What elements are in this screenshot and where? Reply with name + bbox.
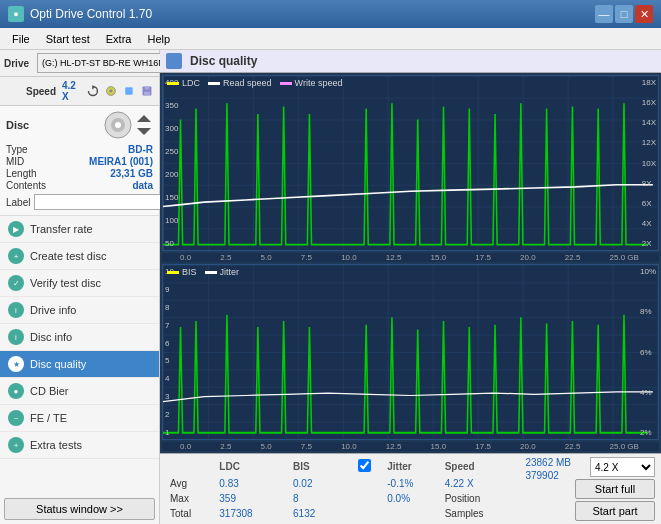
speed-select[interactable]: 4.2 X xyxy=(590,457,655,477)
refresh-icon[interactable] xyxy=(87,83,99,99)
x-label-22-5: 22.5 xyxy=(565,253,581,262)
nav-list: ▶ Transfer rate + Create test disc ✓ Ver… xyxy=(0,216,159,494)
x-label-15: 15.0 xyxy=(431,253,447,262)
y-left-350: 350 xyxy=(165,101,178,110)
sidebar-item-label: Extra tests xyxy=(30,439,82,451)
y-left-150: 150 xyxy=(165,193,178,202)
samples-value: 379902 xyxy=(525,470,558,481)
sidebar-item-transfer-rate[interactable]: ▶ Transfer rate xyxy=(0,216,159,243)
disc-type-value: BD-R xyxy=(128,144,153,155)
read-speed-label: Read speed xyxy=(223,78,272,88)
disc-contents-label: Contents xyxy=(6,180,46,191)
disc-mid-label: MID xyxy=(6,156,24,167)
sidebar-item-disc-info[interactable]: i Disc info xyxy=(0,324,159,351)
disc-visual-icon xyxy=(103,110,133,140)
bx-label-22-5: 22.5 xyxy=(565,442,581,451)
sidebar-item-extra-tests[interactable]: + Extra tests xyxy=(0,432,159,459)
disc-length-row: Length 23,31 GB xyxy=(6,168,153,179)
bx-label-7-5: 7.5 xyxy=(301,442,312,451)
y-label-14x: 14X xyxy=(642,118,656,127)
charts-container: LDC Read speed Write speed 18X 16X 14X xyxy=(160,73,661,453)
x-label-5: 5.0 xyxy=(261,253,272,262)
close-button[interactable]: ✕ xyxy=(635,5,653,23)
app-title: Opti Drive Control 1.70 xyxy=(30,7,152,21)
avg-speed: 4.22 X xyxy=(439,476,522,491)
quality-title: Disc quality xyxy=(190,54,257,68)
x-label-20: 20.0 xyxy=(520,253,536,262)
disc-type-label: Type xyxy=(6,144,28,155)
sidebar-item-drive-info[interactable]: i Drive info xyxy=(0,297,159,324)
bx-label-5: 5.0 xyxy=(261,442,272,451)
bx-label-25-gb: 25.0 GB xyxy=(610,442,639,451)
sidebar-item-create-test-disc[interactable]: + Create test disc xyxy=(0,243,159,270)
quality-icon xyxy=(166,53,182,69)
svg-rect-19 xyxy=(163,265,658,439)
sidebar-item-label: CD Bier xyxy=(30,385,69,397)
menu-extra[interactable]: Extra xyxy=(98,31,140,47)
speed-value: 4.2 X xyxy=(62,80,79,102)
x-label-25-gb: 25.0 GB xyxy=(610,253,639,262)
bx-label-10: 10.0 xyxy=(341,442,357,451)
col-bis-header: BIS xyxy=(287,457,343,476)
avg-jitter: -0.1% xyxy=(383,476,438,491)
y-left-6: 6 xyxy=(165,339,174,348)
sidebar: Drive (G:) HL-DT-ST BD-RE WH16NS48 1.D3 … xyxy=(0,50,160,524)
sidebar-item-cd-bier[interactable]: ● CD Bier xyxy=(0,378,159,405)
start-part-button[interactable]: Start part xyxy=(575,501,655,521)
sidebar-item-fe-te[interactable]: ~ FE / TE xyxy=(0,405,159,432)
menu-file[interactable]: File xyxy=(4,31,38,47)
speed-label: Speed xyxy=(26,86,56,97)
col-jitter-check[interactable] xyxy=(356,457,384,476)
top-chart-legend: LDC Read speed Write speed xyxy=(167,78,342,88)
drive-row: Drive (G:) HL-DT-ST BD-RE WH16NS48 1.D3 xyxy=(0,50,159,77)
y-label-16x: 16X xyxy=(642,98,656,107)
y-left-1: 1 xyxy=(165,428,174,437)
ldc-label: LDC xyxy=(182,78,200,88)
minimize-button[interactable]: — xyxy=(595,5,613,23)
max-jitter: 0.0% xyxy=(383,491,438,506)
x-label-2-5: 2.5 xyxy=(220,253,231,262)
disc-header: Disc xyxy=(6,110,153,140)
disc-quality-icon: ★ xyxy=(8,356,24,372)
disc-label-row: Label 🔍 xyxy=(6,193,153,211)
sidebar-item-label: Transfer rate xyxy=(30,223,93,235)
y-left-5: 5 xyxy=(165,356,174,365)
y-label-8x: 8X xyxy=(642,179,656,188)
disc-label-input[interactable] xyxy=(34,194,167,210)
y-label-4x: 4X xyxy=(642,219,656,228)
sidebar-item-disc-quality[interactable]: ★ Disc quality xyxy=(0,351,159,378)
start-full-button[interactable]: Start full xyxy=(575,479,655,499)
save-icon[interactable] xyxy=(141,83,153,99)
bx-label-17-5: 17.5 xyxy=(475,442,491,451)
col-empty xyxy=(166,457,213,476)
position-label: Position xyxy=(439,491,522,506)
menu-start-test[interactable]: Start test xyxy=(38,31,98,47)
menu-help[interactable]: Help xyxy=(139,31,178,47)
jitter-checkbox[interactable] xyxy=(358,459,371,472)
y-left-3: 3 xyxy=(165,392,174,401)
maximize-button[interactable]: □ xyxy=(615,5,633,23)
sidebar-item-label: Drive info xyxy=(30,304,76,316)
y-label-2x: 2X xyxy=(642,239,656,248)
y-right-4pct: 4% xyxy=(640,388,656,397)
svg-marker-15 xyxy=(137,115,151,122)
avg-bis: 0.02 xyxy=(287,476,343,491)
y-left-200: 200 xyxy=(165,170,178,179)
tools-icon[interactable] xyxy=(123,83,135,99)
disc-mid-value: MEIRA1 (001) xyxy=(89,156,153,167)
burn-icon[interactable] xyxy=(105,83,117,99)
y-left-9: 9 xyxy=(165,285,174,294)
titlebar-title: ● Opti Drive Control 1.70 xyxy=(8,6,152,22)
disc-arrow-icon[interactable] xyxy=(135,110,153,140)
x-label-12-5: 12.5 xyxy=(386,253,402,262)
sidebar-item-verify-test-disc[interactable]: ✓ Verify test disc xyxy=(0,270,159,297)
col-jitter-header: Jitter xyxy=(383,457,438,476)
titlebar-controls: — □ ✕ xyxy=(595,5,653,23)
disc-section-title: Disc xyxy=(6,119,29,131)
status-window-button[interactable]: Status window >> xyxy=(4,498,155,520)
max-label: Max xyxy=(166,491,213,506)
stats-area: LDC BIS Jitter Speed Avg 0.83 0.02 -0.1%… xyxy=(160,453,661,524)
svg-rect-11 xyxy=(144,92,150,96)
drive-label: Drive xyxy=(4,58,29,69)
app-icon: ● xyxy=(8,6,24,22)
